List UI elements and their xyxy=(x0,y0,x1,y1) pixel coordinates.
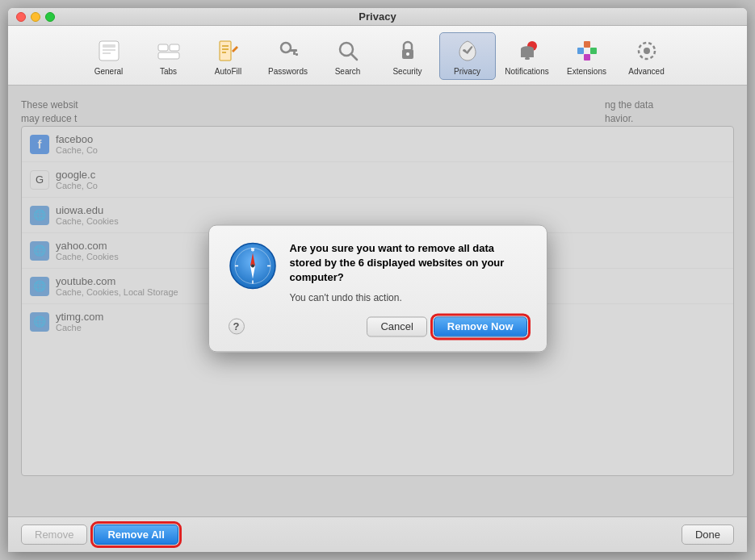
app-window: Privacy General Tabs AutoFill Passwords xyxy=(8,8,747,552)
dialog-help-button[interactable]: ? xyxy=(229,319,245,335)
svg-rect-3 xyxy=(103,52,111,54)
notifications-icon xyxy=(513,36,542,65)
search-icon xyxy=(333,36,363,65)
dialog-subtitle: You can't undo this action. xyxy=(290,292,527,303)
svg-rect-24 xyxy=(590,48,597,54)
toolbar-tabs[interactable]: Tabs xyxy=(141,33,197,79)
tabs-icon xyxy=(154,36,183,65)
svg-rect-2 xyxy=(103,49,115,51)
toolbar-search[interactable]: Search xyxy=(320,33,376,79)
advanced-icon xyxy=(632,36,661,65)
close-button[interactable] xyxy=(16,12,26,22)
svg-rect-13 xyxy=(289,49,297,52)
svg-rect-22 xyxy=(577,48,584,54)
toolbar-search-label: Search xyxy=(335,67,361,76)
dialog-title: Are you sure you want to remove all data… xyxy=(290,241,527,286)
dialog-body: N A xyxy=(229,241,527,303)
window-title: Privacy xyxy=(359,10,396,23)
toolbar-notifications[interactable]: Notifications xyxy=(499,33,556,79)
svg-rect-25 xyxy=(584,54,590,61)
dialog-text: Are you sure you want to remove all data… xyxy=(290,241,527,303)
toolbar-autofill-label: AutoFill xyxy=(215,67,241,76)
toolbar-tabs-label: Tabs xyxy=(160,67,177,76)
svg-rect-7 xyxy=(220,41,231,61)
bottom-bar: Remove Remove All Done xyxy=(8,516,747,552)
toolbar-privacy[interactable]: Privacy xyxy=(439,32,496,80)
toolbar-passwords[interactable]: Passwords xyxy=(260,33,317,79)
passwords-icon xyxy=(274,36,303,65)
toolbar-security[interactable]: Security xyxy=(380,33,436,79)
extensions-icon xyxy=(573,36,602,65)
remove-button[interactable]: Remove xyxy=(21,524,87,545)
toolbar-passwords-label: Passwords xyxy=(268,67,308,76)
svg-rect-4 xyxy=(158,44,168,51)
svg-rect-21 xyxy=(525,57,530,60)
privacy-panel: These websitmay reduce t ng the datahavi… xyxy=(8,86,747,516)
svg-rect-15 xyxy=(296,53,298,56)
svg-rect-1 xyxy=(103,44,115,48)
svg-rect-5 xyxy=(170,44,179,51)
minimize-button[interactable] xyxy=(31,12,40,22)
svg-point-26 xyxy=(644,48,650,54)
cancel-button[interactable]: Cancel xyxy=(367,316,426,336)
confirmation-dialog: N A xyxy=(208,224,547,352)
toolbar-notifications-label: Notifications xyxy=(505,67,548,76)
svg-line-17 xyxy=(351,54,357,60)
toolbar-extensions-label: Extensions xyxy=(567,67,606,76)
remove-all-button[interactable]: Remove All xyxy=(94,524,178,545)
toolbar-privacy-label: Privacy xyxy=(454,67,480,76)
svg-rect-23 xyxy=(584,41,590,48)
bottom-left-buttons: Remove Remove All xyxy=(21,524,178,545)
autofill-icon xyxy=(214,36,243,65)
security-icon xyxy=(393,36,422,65)
toolbar-security-label: Security xyxy=(392,67,422,76)
toolbar-autofill[interactable]: AutoFill xyxy=(200,33,257,79)
toolbar-extensions[interactable]: Extensions xyxy=(559,33,615,79)
toolbar-advanced-label: Advanced xyxy=(628,67,664,76)
toolbar-general[interactable]: General xyxy=(81,33,137,79)
titlebar: Privacy xyxy=(8,8,747,26)
svg-marker-11 xyxy=(232,46,238,52)
done-button[interactable]: Done xyxy=(682,524,734,545)
toolbar: General Tabs AutoFill Passwords Search xyxy=(8,26,747,86)
privacy-icon xyxy=(453,36,482,65)
safari-icon: N xyxy=(229,241,277,290)
toolbar-advanced[interactable]: Advanced xyxy=(619,33,675,79)
dialog-footer: ? Cancel Remove Now xyxy=(229,316,527,336)
toolbar-general-label: General xyxy=(94,67,124,76)
remove-now-button[interactable]: Remove Now xyxy=(434,316,527,336)
general-icon xyxy=(94,36,124,65)
main-content: These websitmay reduce t ng the datahavi… xyxy=(8,86,747,516)
maximize-button[interactable] xyxy=(45,12,55,22)
traffic-lights xyxy=(16,12,55,22)
svg-rect-14 xyxy=(293,52,296,55)
svg-point-19 xyxy=(406,52,409,56)
svg-rect-6 xyxy=(158,52,179,59)
svg-point-33 xyxy=(251,264,254,267)
